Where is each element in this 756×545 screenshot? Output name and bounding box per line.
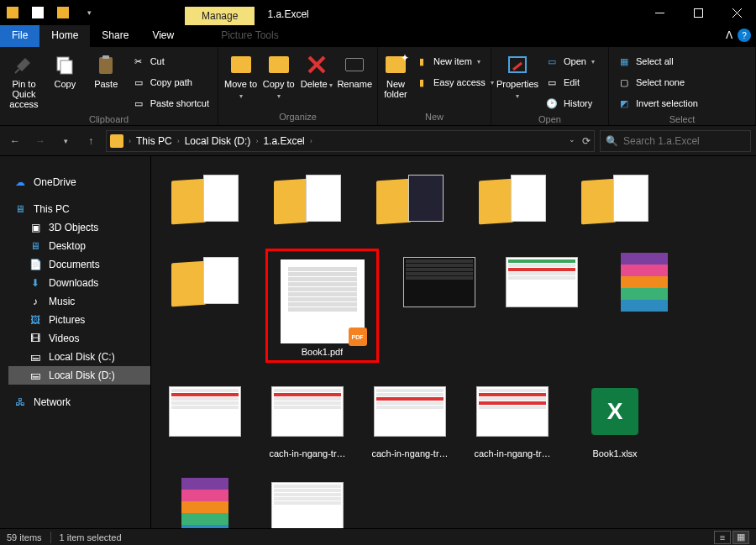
nav-pictures[interactable]: 🖼Pictures [8,311,150,329]
open-button[interactable]: ▭Open [542,52,598,71]
file-item[interactable]: cach-in-ngang-tr… [368,378,452,459]
file-item[interactable]: cach-in-ngang-tr… [470,378,554,459]
drive-icon: 🖴 [29,369,42,382]
file-item-book1-xlsx[interactable]: X Book1.xlsx [573,378,657,459]
close-button[interactable] [717,0,756,25]
breadcrumb-thispc[interactable]: This PC [136,135,172,147]
pc-icon: 🖥 [13,202,27,216]
folder-item[interactable] [368,166,452,233]
paste-shortcut-icon: ▭ [132,97,145,110]
nav-network[interactable]: 🖧Network [8,393,150,411]
pin-to-quick-access-button[interactable]: Pin to Quick access [5,49,43,109]
history-button[interactable]: 🕑History [542,94,598,113]
tab-view[interactable]: View [140,25,186,47]
cut-icon: ✂ [132,55,145,68]
recent-dropdown[interactable]: ▾ [55,131,76,151]
copy-path-button[interactable]: ▭Copy path [129,73,213,92]
file-item-rar[interactable] [602,249,686,363]
qat-dropdown[interactable] [76,0,101,25]
refresh-icon[interactable]: ⟳ [582,135,591,147]
breadcrumb-folder[interactable]: 1.a.Excel [263,135,304,147]
edit-icon: ▭ [545,76,559,89]
address-bar[interactable]: › This PC › Local Disk (D:) › 1.a.Excel … [106,130,595,152]
cloud-icon: ☁ [13,176,27,189]
nav-3dobjects[interactable]: ▣3D Objects [8,218,150,237]
nav-diskc[interactable]: 🖴Local Disk (C:) [8,348,150,366]
paste-button[interactable]: Paste [87,49,125,89]
invert-selection-button[interactable]: ◩Invert selection [614,94,701,113]
folder-icon[interactable] [0,0,25,25]
group-label-new: New [383,110,486,125]
context-tab-manage[interactable]: Manage [185,7,255,25]
tab-file[interactable]: File [0,25,39,47]
nav-videos[interactable]: 🎞Videos [8,329,150,348]
group-label-clipboard: Clipboard [5,113,213,128]
breadcrumb-drive[interactable]: Local Disk (D:) [185,135,251,147]
help-icon[interactable]: ? [738,29,751,42]
search-icon: 🔍 [606,135,618,147]
select-none-button[interactable]: ▢Select none [614,73,701,92]
file-list[interactable]: PDF Book1.pdf cach-in-ngang-tr… cach-in-… [151,156,756,530]
file-item[interactable] [163,378,247,459]
desktop-icon: 🖥 [29,239,42,253]
details-view-button[interactable]: ≡ [714,531,731,544]
pdf-badge-icon: PDF [349,328,367,346]
copy-button[interactable]: Copy [46,49,84,89]
nav-thispc[interactable]: 🖥This PC [8,200,150,218]
forward-button[interactable]: → [30,131,50,151]
svg-rect-11 [509,57,526,72]
up-button[interactable]: ↑ [81,131,101,151]
address-dropdown-icon[interactable]: ⌄ [569,135,575,147]
new-folder-button[interactable]: ✦ New folder [383,49,408,99]
folder-item[interactable] [163,249,247,363]
tab-picture-tools[interactable]: Picture Tools [209,25,290,47]
copy-to-button[interactable]: Copy to [261,49,296,101]
rename-button[interactable]: Rename [337,49,372,89]
history-icon: 🕑 [545,97,559,110]
nav-documents[interactable]: 📄Documents [8,255,150,274]
nav-music[interactable]: ♪Music [8,292,150,311]
edit-button[interactable]: ▭Edit [542,73,598,92]
select-all-button[interactable]: ▦Select all [614,52,701,71]
folder-item[interactable] [470,166,554,233]
maximize-button[interactable] [679,0,717,25]
search-box[interactable]: 🔍 [600,130,751,152]
nav-diskd[interactable]: 🖴Local Disk (D:) [8,366,150,385]
properties-button[interactable]: Properties [496,49,538,101]
nav-onedrive[interactable]: ☁OneDrive [8,173,150,191]
collapse-ribbon-icon[interactable]: ᐱ [726,29,732,41]
search-input[interactable] [623,135,749,147]
ribbon-tabs: File Home Share View Picture Tools ᐱ ? [0,25,756,47]
thumbnails-view-button[interactable]: ▦ [732,531,749,544]
downloads-icon: ⬇ [29,276,42,290]
svg-rect-7 [99,57,113,74]
app-icon[interactable] [25,0,50,25]
folder-item[interactable] [573,166,657,233]
easy-access-button[interactable]: ▮Easy access [412,73,497,92]
delete-button[interactable]: Delete [299,49,333,90]
file-item-book1-pdf[interactable]: PDF Book1.pdf [265,249,379,363]
tab-home[interactable]: Home [39,25,90,47]
cut-button[interactable]: ✂Cut [129,52,213,71]
back-button[interactable]: ← [5,131,25,151]
minimize-button[interactable] [640,0,679,25]
folder-item[interactable] [163,166,247,233]
paste-shortcut-button[interactable]: ▭Paste shortcut [129,94,213,113]
main-area: ☁OneDrive 🖥This PC ▣3D Objects 🖥Desktop … [0,156,756,530]
file-item[interactable]: cach-in-ngang-tr… [265,378,349,459]
file-item[interactable] [397,249,481,363]
file-item[interactable] [500,249,584,363]
folder-item[interactable] [265,166,349,233]
folder-icon-2[interactable] [50,0,76,25]
svg-rect-1 [694,8,702,17]
file-item-rar[interactable]: cach-hien-thi-so-… [163,474,247,530]
new-item-button[interactable]: ▮New item [412,52,497,71]
tab-share[interactable]: Share [90,25,140,47]
file-item[interactable]: cach-hien-thi-so-… [265,474,349,530]
group-label-select: Select [614,113,750,128]
paste-icon [93,52,118,77]
nav-downloads[interactable]: ⬇Downloads [8,274,150,292]
nav-desktop[interactable]: 🖥Desktop [8,237,150,255]
move-to-button[interactable]: Move to [223,49,258,101]
copy-to-icon [266,52,291,77]
